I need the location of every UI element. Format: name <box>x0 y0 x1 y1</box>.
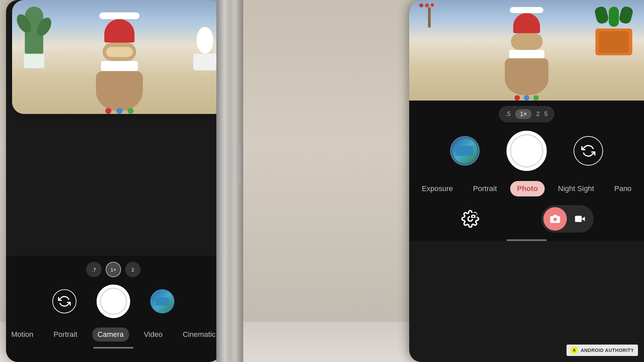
right-zoom-bar: .5 1× 2 5 <box>409 101 644 126</box>
watermark-icon: A <box>571 347 578 354</box>
zoom-2-button[interactable]: 2 <box>125 262 141 277</box>
right-camera-view <box>409 0 644 101</box>
svg-text:A: A <box>573 348 576 353</box>
zoom-05-button[interactable]: .5 <box>505 111 511 118</box>
phone-gap <box>216 0 243 362</box>
svg-point-1 <box>473 216 474 217</box>
left-camera-view <box>12 0 221 114</box>
right-controls: .5 1× 2 5 <box>409 101 644 241</box>
photo-video-toggle <box>541 205 594 233</box>
svg-point-2 <box>553 218 557 221</box>
left-flip-camera-button[interactable] <box>52 289 76 313</box>
left-home-indicator <box>93 347 133 349</box>
phone-left: .7 1× 2 <box>6 0 221 362</box>
video-mode-button[interactable] <box>568 207 592 231</box>
mode-pano[interactable]: Pano <box>607 181 638 196</box>
mode-camera[interactable]: Camera <box>92 327 129 342</box>
right-shutter-row <box>409 126 644 178</box>
svg-rect-3 <box>575 216 582 222</box>
watermark: A ANDROID AUTHORITY <box>567 345 638 356</box>
scene: .7 1× 2 <box>0 0 644 362</box>
right-zoom-pill: .5 1× 2 5 <box>499 106 554 122</box>
zoom-5-button[interactable]: 5 <box>544 111 548 118</box>
left-zoom-bar: .7 1× 2 <box>6 256 221 281</box>
right-bottom-controls <box>409 202 644 239</box>
left-controls: .7 1× 2 <box>6 256 221 362</box>
photo-mode-button[interactable] <box>543 207 567 231</box>
mode-photo[interactable]: Photo <box>510 181 544 196</box>
zoom-1x-right-button[interactable]: 1× <box>515 109 532 119</box>
mode-exposure[interactable]: Exposure <box>415 181 460 196</box>
right-flip-camera-button[interactable] <box>574 136 603 166</box>
left-gallery-thumbnail[interactable] <box>150 289 174 313</box>
left-mode-bar: Motion Portrait Camera Video Cinematic <box>6 325 221 347</box>
phone-right: .5 1× 2 5 <box>409 0 644 362</box>
right-home-indicator <box>506 239 547 241</box>
zoom-1x-button[interactable]: 1× <box>106 262 121 277</box>
right-gallery-thumbnail[interactable] <box>450 136 480 166</box>
mode-portrait-right[interactable]: Portrait <box>466 181 503 196</box>
zoom-07-button[interactable]: .7 <box>86 262 102 277</box>
right-mode-bar: Exposure Portrait Photo Night Sight Pano <box>409 178 644 202</box>
svg-marker-4 <box>582 217 585 221</box>
settings-button[interactable] <box>460 208 481 230</box>
right-shutter-button[interactable] <box>506 131 547 171</box>
watermark-text: ANDROID AUTHORITY <box>581 348 634 353</box>
mode-cinematic[interactable]: Cinematic <box>177 327 221 342</box>
mode-motion[interactable]: Motion <box>6 327 39 342</box>
left-shutter-button[interactable] <box>97 285 130 318</box>
mode-portrait-left[interactable]: Portrait <box>48 327 83 342</box>
mode-video[interactable]: Video <box>139 327 168 342</box>
left-shutter-row <box>6 281 221 325</box>
zoom-2-right-button[interactable]: 2 <box>536 111 540 118</box>
mode-night-sight[interactable]: Night Sight <box>551 181 601 196</box>
